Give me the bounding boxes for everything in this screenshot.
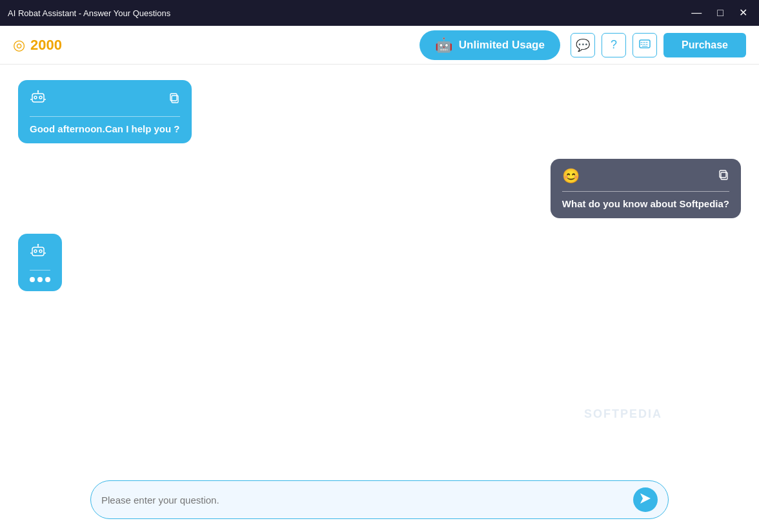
toolbar: ◎ 2000 🤖 Unlimited Usage 💬 ? — [0, 26, 759, 65]
bot-bubble-header — [30, 89, 180, 110]
typing-bubble-header — [30, 243, 50, 263]
minimize-button[interactable]: — — [687, 6, 705, 19]
typing-dots — [30, 277, 50, 282]
send-button[interactable] — [633, 487, 658, 512]
close-button[interactable]: ✕ — [735, 6, 751, 19]
unlimited-usage-button[interactable]: 🤖 Unlimited Usage — [420, 30, 560, 60]
title-bar: AI Robat Assistant - Answer Your Questio… — [0, 0, 759, 26]
svg-point-21 — [39, 250, 42, 252]
dot-1 — [30, 277, 35, 282]
toolbar-icons: 💬 ? — [571, 33, 657, 57]
user-copy-icon[interactable] — [718, 169, 729, 183]
user-message-bubble: 😊 What do you know about Softpedia? — [551, 159, 741, 218]
credits-area: ◎ 2000 — [13, 37, 62, 54]
svg-point-20 — [34, 250, 37, 252]
chat-input[interactable] — [101, 495, 633, 506]
chat-icon-button[interactable]: 💬 — [571, 33, 595, 57]
bot-icon: 🤖 — [435, 37, 452, 54]
bot-greeting-bubble: Good afternoon.Can I help you ? — [18, 80, 192, 143]
copy-icon[interactable] — [168, 92, 180, 107]
bot-typing-bubble — [18, 234, 62, 291]
credits-value: 2000 — [30, 37, 62, 54]
chat-icon: 💬 — [576, 38, 590, 52]
svg-point-12 — [37, 90, 39, 92]
bot-avatar-icon — [30, 89, 46, 110]
bot-greeting-text: Good afternoon.Can I help you ? — [30, 123, 180, 134]
credits-icon: ◎ — [13, 37, 25, 54]
input-wrapper — [90, 480, 669, 519]
svg-point-10 — [39, 96, 42, 99]
help-icon-button[interactable]: ? — [602, 33, 626, 57]
maximize-button[interactable]: □ — [713, 6, 727, 19]
dot-3 — [45, 277, 50, 282]
window-controls: — □ ✕ — [687, 6, 751, 19]
input-area — [0, 473, 759, 532]
dot-2 — [37, 277, 43, 282]
user-message-text: What do you know about Softpedia? — [562, 198, 729, 209]
unlimited-usage-label: Unlimited Usage — [459, 39, 545, 52]
keyboard-icon-button[interactable] — [632, 33, 657, 57]
app-title: AI Robat Assistant - Answer Your Questio… — [8, 8, 170, 18]
help-icon: ? — [611, 38, 617, 52]
svg-point-9 — [34, 96, 37, 99]
purchase-button[interactable]: Purchase — [663, 33, 746, 57]
watermark: SOFTPEDIA — [584, 407, 662, 421]
typing-bot-avatar-icon — [30, 243, 46, 263]
keyboard-icon — [639, 38, 651, 52]
send-icon — [639, 492, 652, 508]
user-avatar-icon: 😊 — [562, 168, 580, 185]
chat-area: Good afternoon.Can I help you ? 😊 What d… — [0, 65, 759, 473]
svg-point-23 — [37, 244, 39, 245]
user-bubble-header: 😊 — [562, 168, 729, 185]
